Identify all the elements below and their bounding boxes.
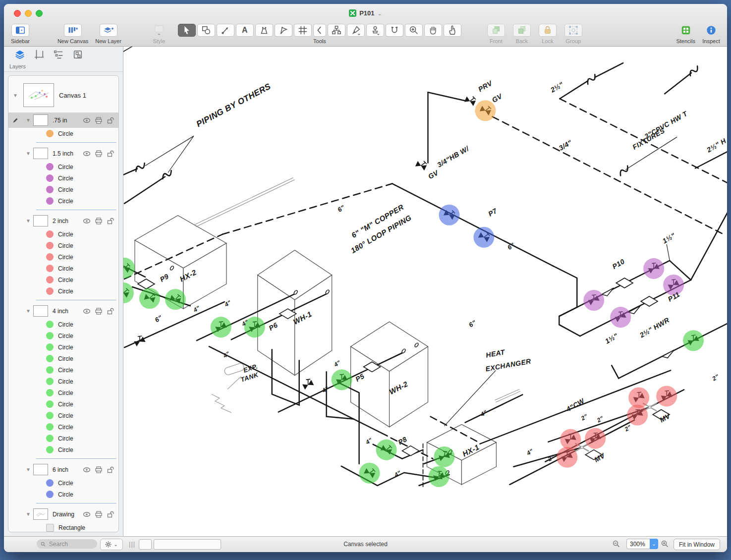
- front-button[interactable]: Front: [487, 24, 505, 44]
- highlight-circle-purple[interactable]: [643, 258, 664, 279]
- layer-object-circle[interactable]: Circle: [8, 376, 118, 387]
- highlight-circle-red[interactable]: [585, 428, 606, 449]
- layer-object-circle[interactable]: Circle: [8, 353, 118, 364]
- zoom-chevron-icon[interactable]: ⌄: [650, 539, 658, 549]
- highlight-circle-green[interactable]: [123, 258, 135, 279]
- highlight-circle-green[interactable]: [376, 440, 397, 460]
- layer-thumbnail[interactable]: [33, 215, 48, 226]
- layer-object-circle[interactable]: Circle: [8, 433, 118, 444]
- layer-row-drawing[interactable]: ▼Drawing: [8, 506, 118, 522]
- tool-collapse[interactable]: [313, 24, 326, 37]
- layer-object-circle[interactable]: Circle: [8, 274, 118, 285]
- layer-object-circle[interactable]: Circle: [8, 398, 118, 410]
- highlight-circle-purple[interactable]: [583, 290, 604, 311]
- tool-outline[interactable]: [328, 24, 345, 37]
- layer-object-circle[interactable]: Circle: [8, 421, 118, 433]
- layer-name[interactable]: .75 in: [53, 117, 83, 124]
- back-button[interactable]: Back: [513, 24, 531, 44]
- layer-object-rectangle[interactable]: Rectangle: [8, 522, 118, 532]
- layer-visible-icon[interactable]: [83, 308, 91, 314]
- tool-browse[interactable]: [444, 24, 461, 37]
- highlight-circle-green[interactable]: [211, 317, 231, 337]
- layer-object-circle[interactable]: Circle: [8, 128, 118, 139]
- layer-row-1-5-inch[interactable]: ▼1.5 inch: [8, 146, 118, 161]
- layer-thumbnail[interactable]: [33, 508, 48, 520]
- highlight-circle-green[interactable]: [359, 463, 380, 484]
- lock-button[interactable]: Lock: [539, 24, 557, 44]
- tool-style-well[interactable]: [366, 24, 384, 37]
- highlight-circle-green[interactable]: [139, 288, 160, 309]
- layer-object-circle[interactable]: Circle: [8, 330, 118, 341]
- layer-unlock-icon[interactable]: [107, 117, 114, 124]
- inspect-button[interactable]: Inspect: [702, 24, 720, 44]
- layer-thumbnail[interactable]: [33, 114, 48, 126]
- layer-object-circle[interactable]: Circle: [8, 387, 118, 398]
- highlight-circle-green[interactable]: [683, 330, 704, 351]
- layer-print-icon[interactable]: [95, 466, 103, 473]
- layer-unlock-icon[interactable]: [107, 308, 114, 315]
- layer-print-icon[interactable]: [95, 150, 103, 157]
- fit-in-window-button[interactable]: Fit in Window: [674, 539, 720, 550]
- layer-visible-icon[interactable]: [83, 218, 91, 224]
- zoom-level-control[interactable]: 300% ⌄: [626, 539, 658, 549]
- layer-object-circle[interactable]: Circle: [8, 228, 118, 240]
- stencils-button[interactable]: Stencils: [676, 24, 695, 44]
- highlight-circle-blue[interactable]: [439, 205, 459, 225]
- layer-unlock-icon[interactable]: [107, 218, 114, 224]
- canvas-thumbnail[interactable]: [23, 83, 54, 107]
- layer-object-circle[interactable]: Circle: [8, 251, 118, 263]
- layer-name[interactable]: 4 inch: [53, 308, 83, 315]
- layer-object-circle[interactable]: Circle: [8, 410, 118, 421]
- layer-print-icon[interactable]: [95, 218, 103, 224]
- new-layer-button[interactable]: New Layer: [95, 24, 121, 44]
- tab-canvases[interactable]: [33, 49, 45, 60]
- title-chevron-icon[interactable]: ⌄: [378, 10, 382, 17]
- layer-object-circle[interactable]: Circle: [8, 319, 118, 330]
- highlight-circle-green[interactable]: [434, 447, 454, 467]
- tool-style-brush[interactable]: [347, 24, 365, 37]
- highlight-circle-green[interactable]: [244, 317, 265, 337]
- highlight-circle-green[interactable]: [428, 466, 449, 487]
- tool-line[interactable]: [217, 24, 234, 37]
- layer-object-circle[interactable]: Circle: [8, 285, 118, 297]
- layer-print-icon[interactable]: [95, 117, 103, 124]
- highlight-circle-green[interactable]: [165, 289, 186, 310]
- highlight-circle-orange[interactable]: [475, 100, 496, 121]
- canvas-viewport[interactable]: PIPING BY OTHERSPRVGV2½"3/4"3"CPVC HW TF…: [123, 47, 727, 536]
- tool-hand[interactable]: [424, 24, 442, 37]
- tool-pen[interactable]: [255, 24, 273, 37]
- layer-object-circle[interactable]: Circle: [8, 161, 118, 172]
- layer-visible-icon[interactable]: [83, 511, 91, 517]
- layer-thumbnail[interactable]: [33, 148, 48, 159]
- layer-thumbnail[interactable]: [33, 464, 48, 475]
- layer-object-circle[interactable]: Circle: [8, 263, 118, 274]
- layer-row-2-inch[interactable]: ▼2 inch: [8, 213, 118, 228]
- tool-select[interactable]: [178, 24, 196, 37]
- tool-zoom[interactable]: [405, 24, 423, 37]
- canvas-row[interactable]: ▼ Canvas 1: [8, 76, 118, 112]
- layer-visible-icon[interactable]: [83, 151, 91, 157]
- canvas-name[interactable]: Canvas 1: [59, 92, 86, 99]
- layer-thumbnail[interactable]: [33, 305, 48, 317]
- tool-text[interactable]: A: [236, 24, 254, 37]
- style-well[interactable]: Style: [150, 24, 168, 44]
- zoom-out-button[interactable]: [613, 540, 620, 550]
- layer-object-circle[interactable]: Circle: [8, 341, 118, 353]
- highlight-circle-red[interactable]: [656, 386, 677, 406]
- layer-name[interactable]: 1.5 inch: [53, 150, 83, 157]
- group-button[interactable]: Group: [564, 24, 582, 44]
- highlight-circle-green[interactable]: [123, 282, 134, 303]
- layer-visible-icon[interactable]: [83, 117, 91, 123]
- highlight-circle-green[interactable]: [332, 369, 352, 390]
- highlight-circle-blue[interactable]: [473, 227, 494, 248]
- zoom-level-value[interactable]: 300%: [626, 539, 650, 549]
- tab-objects[interactable]: [72, 49, 84, 60]
- layer-print-icon[interactable]: [95, 308, 103, 315]
- layer-object-circle[interactable]: Circle: [8, 444, 118, 455]
- tool-artboard[interactable]: [294, 24, 312, 37]
- layer-visible-icon[interactable]: [83, 467, 91, 473]
- layer-object-circle[interactable]: Circle: [8, 364, 118, 376]
- layer-disclosure-triangle[interactable]: ▼: [25, 511, 31, 517]
- layer-disclosure-triangle[interactable]: ▼: [25, 308, 31, 314]
- layer-unlock-icon[interactable]: [107, 150, 114, 157]
